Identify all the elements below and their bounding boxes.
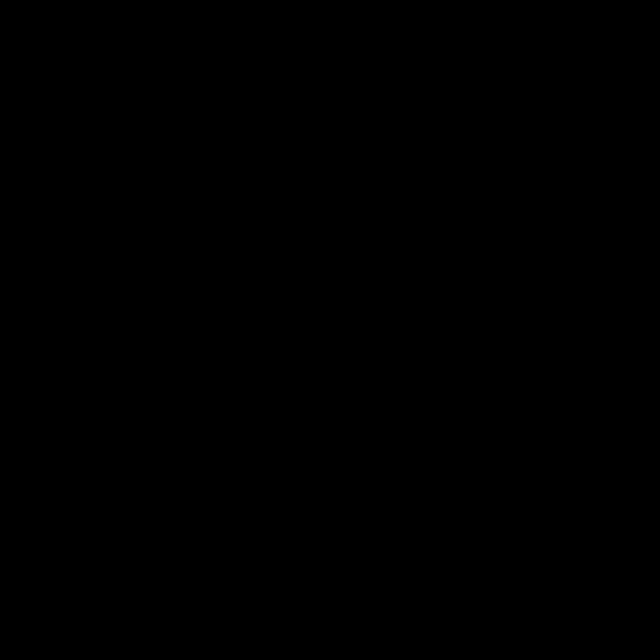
plot-area bbox=[28, 28, 616, 616]
bottleneck-curve bbox=[28, 28, 616, 616]
